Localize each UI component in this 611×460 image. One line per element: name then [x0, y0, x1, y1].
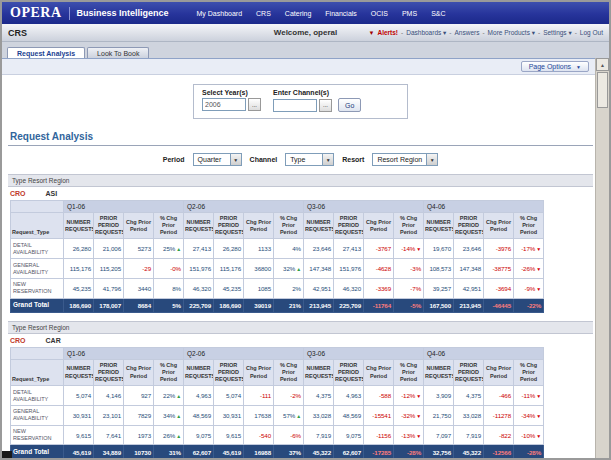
column-header: NUMBER REQUESTS — [184, 213, 214, 239]
trend-down-icon: ▼ — [416, 433, 421, 439]
table-row: NEW RESERVATION45,23541,79634408%46,3204… — [11, 278, 544, 298]
data-cell: -7% — [394, 278, 424, 298]
topnav-crs[interactable]: CRS — [256, 10, 271, 17]
row-label: GENERAL AVAILABILITY — [11, 405, 64, 425]
data-cell: 27,413 — [184, 239, 214, 259]
topnav-s-c[interactable]: S&C — [431, 10, 445, 17]
data-cell: 186,690 — [214, 298, 244, 312]
channel-select[interactable]: Type ▼ — [285, 153, 334, 166]
data-cell: 32,756 — [424, 445, 454, 459]
trend-up-icon: ▲ — [176, 393, 181, 399]
data-cell: 25%▲ — [154, 239, 184, 259]
chevron-down-icon: ▼ — [230, 154, 241, 165]
column-header: % Chg Prior Period — [514, 213, 544, 239]
topnav-ocis[interactable]: OCIS — [371, 10, 388, 17]
header-link-settings[interactable]: Settings ▾ — [543, 29, 572, 37]
header-link-answers[interactable]: Answers — [455, 29, 480, 36]
period-label: Period — [163, 156, 185, 163]
data-cell: -822 — [484, 425, 514, 445]
column-header: NUMBER REQUESTS — [424, 359, 454, 385]
data-cell: 5273 — [124, 239, 154, 259]
column-header: NUMBER REQUESTS — [64, 213, 94, 239]
data-cell: 45,619 — [64, 445, 94, 459]
data-cell: 42,951 — [304, 278, 334, 298]
year-input[interactable] — [202, 98, 246, 111]
topnav-catering[interactable]: Catering — [285, 10, 311, 17]
separator: - — [482, 29, 484, 36]
cro-label: CRO — [10, 190, 26, 197]
year-browse-button[interactable]: ... — [248, 98, 261, 111]
page-title: Request Analysis — [10, 131, 593, 142]
separator: - — [538, 29, 540, 36]
column-header: Q1-06 — [64, 347, 184, 359]
data-cell: -12%▼ — [394, 386, 424, 406]
data-cell: 178,007 — [94, 298, 124, 312]
column-header: PRIOR PERIOD REQUESTS — [334, 213, 364, 239]
data-cell: -6% — [274, 425, 304, 445]
column-header: Chg Prior Period — [364, 359, 394, 385]
resort-value: Resort Region — [373, 154, 426, 165]
data-cell: 7,097 — [424, 425, 454, 445]
section-band: Type Resort Region — [8, 174, 593, 187]
row-label: NEW RESERVATION — [11, 278, 64, 298]
data-cell: 4,375 — [454, 386, 484, 406]
column-header: % Chg Prior Period — [154, 359, 184, 385]
column-header — [11, 347, 64, 359]
header-link-more-products[interactable]: More Products ▾ — [488, 29, 535, 37]
data-cell: 7829 — [124, 405, 154, 425]
row-label: GENERAL AVAILABILITY — [11, 259, 64, 279]
page-options-button[interactable]: Page Options ▼ — [521, 61, 589, 72]
data-cell: 115,176 — [64, 259, 94, 279]
channel-prompt: Enter Channel(s) ... Go — [273, 89, 361, 112]
data-cell: 19,670 — [424, 239, 454, 259]
scroll-up-button[interactable]: ▲ — [596, 58, 609, 71]
tab-request-analysis[interactable]: Request Analysis — [7, 47, 85, 58]
channel-input[interactable] — [273, 99, 317, 112]
data-cell: 4% — [274, 239, 304, 259]
vertical-scrollbar[interactable]: ▲ — [595, 58, 609, 458]
data-cell: -22% — [514, 298, 544, 312]
scroll-thumb[interactable] — [597, 72, 608, 108]
alerts-link[interactable]: Alerts! — [377, 29, 398, 36]
period-select[interactable]: Quarter ▼ — [193, 153, 242, 166]
row-label: DETAIL AVAILABILITY — [11, 386, 64, 406]
header-link-log-out[interactable]: Log Out — [580, 29, 603, 36]
column-header: Chg Prior Period — [484, 359, 514, 385]
tab-bar: Request AnalysisLook To Book — [2, 42, 609, 59]
table-row: DETAIL AVAILABILITY5,0744,14692722%▲4,96… — [11, 386, 544, 406]
channel-browse-button[interactable]: ... — [319, 99, 332, 112]
column-header: PRIOR PERIOD REQUESTS — [94, 213, 124, 239]
data-cell: -3694 — [484, 278, 514, 298]
column-header: Chg Prior Period — [484, 213, 514, 239]
data-cell: 16988 — [244, 445, 274, 459]
column-header: % Chg Prior Period — [274, 359, 304, 385]
trend-down-icon: ▼ — [536, 286, 541, 292]
resort-label: Resort — [342, 156, 364, 163]
data-cell: 4,963 — [184, 386, 214, 406]
tab-look-to-book[interactable]: Look To Book — [87, 47, 149, 58]
column-header: PRIOR PERIOD REQUESTS — [214, 213, 244, 239]
section-band: Type Resort Region — [8, 321, 593, 334]
grand-total-label: Grand Total — [11, 298, 64, 312]
go-button[interactable]: Go — [338, 98, 361, 112]
topnav-financials[interactable]: Financials — [325, 10, 357, 17]
row-label: NEW RESERVATION — [11, 425, 64, 445]
cro-line: CROASI — [8, 187, 593, 200]
data-cell: 34,889 — [94, 445, 124, 459]
data-cell: 45,322 — [304, 445, 334, 459]
data-cell: -13%▼ — [394, 425, 424, 445]
topnav-pms[interactable]: PMS — [402, 10, 417, 17]
data-cell: 39019 — [244, 298, 274, 312]
header-link-dashboards[interactable]: Dashboards ▾ — [406, 29, 446, 37]
content-area: Select Year(s) ... Enter Channel(s) ... … — [2, 84, 609, 460]
data-cell: 5,074 — [214, 386, 244, 406]
alert-icon: ▼ — [368, 30, 374, 36]
column-header: PRIOR PERIOD REQUESTS — [454, 213, 484, 239]
channel-label: Enter Channel(s) — [273, 89, 361, 96]
top-bar: OPERA Business Intelligence My Dashboard… — [2, 2, 609, 24]
data-cell: 7,919 — [454, 425, 484, 445]
resort-select[interactable]: Resort Region ▼ — [372, 153, 438, 166]
chevron-down-icon: ▼ — [576, 64, 581, 70]
cro-line: CROCAR — [8, 334, 593, 347]
topnav-my-dashboard[interactable]: My Dashboard — [197, 10, 243, 17]
